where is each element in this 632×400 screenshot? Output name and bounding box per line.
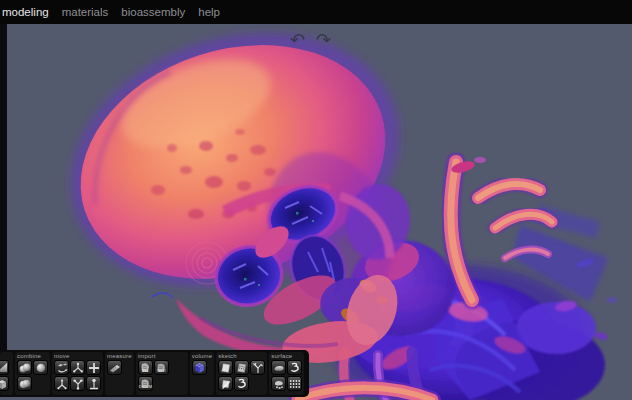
cross-icon: [88, 362, 100, 374]
menu-materials[interactable]: materials: [62, 6, 109, 18]
cube-icon: [0, 378, 8, 390]
clay-slab-button[interactable]: [271, 360, 286, 375]
freehand-curve-icon: [236, 378, 248, 390]
viewport-3d[interactable]: [0, 0, 632, 400]
point-grid-button[interactable]: [287, 376, 302, 391]
align-floor-icon: [88, 378, 100, 390]
volume-render-skull-thorax: [0, 0, 632, 400]
clay-slab-icon: [273, 362, 285, 374]
menu-modeling[interactable]: modeling: [2, 6, 49, 18]
left-dock-strip: [0, 24, 7, 396]
y-jack-button[interactable]: [70, 376, 85, 391]
sphere-icon: [35, 362, 47, 374]
import-stl-icon: [139, 362, 151, 374]
section-label-combine: combine: [17, 353, 48, 360]
wedge-primitive-button[interactable]: [0, 360, 9, 375]
toolbar-section-surface: surface: [269, 352, 304, 395]
import-nifti-icon: [155, 362, 167, 374]
pattern-page-icon: [236, 362, 248, 374]
toolbar-section-sketch: sketch: [216, 352, 267, 395]
point-grid-icon: [289, 378, 301, 390]
toolbar-section-measure: measure: [105, 352, 134, 395]
align-floor-button[interactable]: [86, 376, 101, 391]
wedge-icon: [0, 362, 8, 374]
toolbar-section-move: move: [52, 352, 103, 395]
intersect-button[interactable]: [17, 376, 32, 391]
menubar: modeling materials bioassembly help: [0, 0, 632, 24]
toolbar-section-import: import STL NIfTI: [136, 352, 188, 395]
sketch-edit-icon: [220, 378, 232, 390]
undo-icon[interactable]: ↶: [290, 30, 305, 50]
voxel-cube-icon: [193, 361, 206, 374]
move-objects-icon: [56, 362, 68, 374]
sphere-button[interactable]: [33, 360, 48, 375]
measure-button[interactable]: [107, 360, 122, 375]
ruler-icon: [109, 362, 121, 374]
cube-primitive-button[interactable]: [0, 376, 9, 391]
import-dicom-icon: [139, 378, 151, 390]
union-spheres-icon: [19, 362, 31, 374]
section-label-sketch: sketch: [218, 353, 265, 360]
import-stl-button[interactable]: STL: [138, 360, 153, 375]
voxel-volume-button[interactable]: [192, 360, 207, 375]
axis-arrow-button[interactable]: [54, 376, 69, 391]
axis-arrow-icon: [56, 378, 68, 390]
axis-jack-button[interactable]: [70, 360, 85, 375]
section-label-measure: measure: [107, 353, 132, 360]
menu-help[interactable]: help: [198, 6, 220, 18]
branch-icon: [252, 362, 264, 374]
pattern-page-button[interactable]: [234, 360, 249, 375]
sketch-edit-button[interactable]: [218, 376, 233, 391]
droplet-blob-button[interactable]: [271, 376, 286, 391]
surface-curve-button[interactable]: [287, 360, 302, 375]
section-label-import: import: [138, 353, 186, 360]
sketch-page-icon: [220, 362, 232, 374]
sketch-page-button[interactable]: [218, 360, 233, 375]
import-nifti-button[interactable]: NIfTI: [154, 360, 169, 375]
tool-shelf: combine: [0, 350, 309, 397]
menu-bioassembly[interactable]: bioassembly: [121, 6, 185, 18]
toolbar-section-combine: combine: [15, 352, 50, 395]
surface-curve-icon: [289, 362, 301, 374]
toolbar-section-volume: volume: [190, 352, 215, 395]
freehand-curve-button[interactable]: [234, 376, 249, 391]
section-label-move: move: [54, 353, 101, 360]
cross-handle-button[interactable]: [86, 360, 101, 375]
section-label-clipped: [2, 353, 11, 360]
import-dicom-button[interactable]: DICOM: [138, 376, 153, 391]
axis-jack-icon: [72, 362, 84, 374]
section-label-surface: surface: [271, 353, 302, 360]
redo-icon[interactable]: ↷: [316, 30, 331, 50]
toolbar-section-clipped: [0, 352, 13, 395]
section-label-volume: volume: [192, 353, 213, 360]
history-controls: ↶ ↷: [290, 30, 331, 50]
move-objects-button[interactable]: [54, 360, 69, 375]
droplet-blob-icon: [273, 378, 285, 390]
union-button[interactable]: [17, 360, 32, 375]
overlap-spheres-icon: [19, 378, 31, 390]
y-jack-icon: [72, 378, 84, 390]
branch-button[interactable]: [250, 360, 265, 375]
